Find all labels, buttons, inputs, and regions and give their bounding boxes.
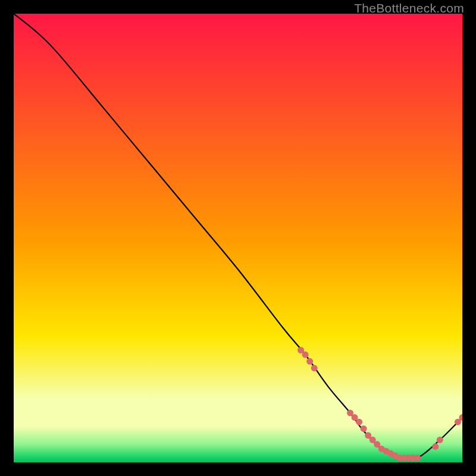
chart-stage: TheBottleneck.com (0, 0, 476, 476)
curve-marker (302, 352, 309, 358)
curve-marker (437, 437, 443, 443)
curve-marker (414, 455, 421, 461)
curve-marker (311, 365, 318, 371)
chart-plot (14, 14, 462, 462)
curve-marker (356, 419, 362, 425)
curve-marker (432, 443, 439, 450)
curve-marker (306, 358, 313, 365)
watermark-text: TheBottleneck.com (354, 1, 464, 15)
curve-marker (361, 425, 367, 432)
